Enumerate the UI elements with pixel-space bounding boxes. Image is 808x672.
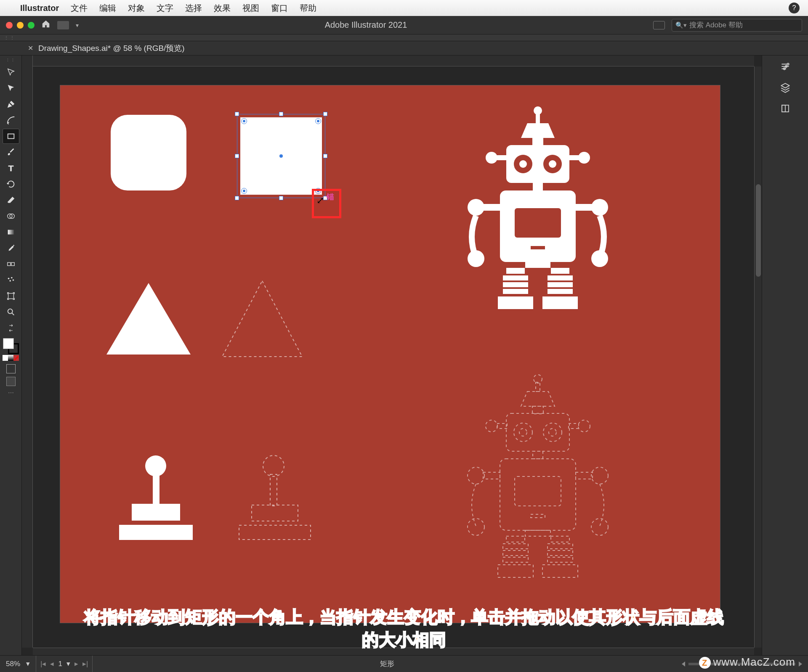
menu-type[interactable]: 文字	[157, 3, 173, 14]
type-tool[interactable]	[3, 161, 19, 176]
menu-select[interactable]: 选择	[185, 3, 202, 14]
scrollbar-vertical[interactable]	[754, 66, 762, 648]
zoom-tool[interactable]	[3, 304, 19, 320]
panel-grip-icon[interactable]: ⋮⋮	[4, 35, 16, 40]
shape-joystick-solid[interactable]	[111, 455, 199, 548]
shape-builder-tool[interactable]	[3, 209, 19, 224]
zoom-level[interactable]: 58% ▾	[0, 656, 36, 672]
chevron-down-icon[interactable]: ▾	[26, 659, 30, 668]
chevron-down-icon[interactable]: ▾	[66, 659, 70, 668]
shape-rounded-square[interactable]	[111, 115, 186, 190]
menu-object[interactable]: 对象	[128, 3, 145, 14]
svg-point-76	[468, 467, 484, 484]
blend-tool[interactable]	[3, 257, 19, 272]
ruler-horizontal[interactable]	[33, 56, 754, 66]
shape-robot-dashed[interactable]	[452, 371, 624, 607]
fill-swatch[interactable]	[3, 338, 14, 349]
draw-mode-icon[interactable]	[6, 364, 16, 373]
svg-point-80	[468, 519, 484, 535]
resize-handle-bl[interactable]	[235, 196, 239, 200]
first-artboard-button[interactable]: |◂	[40, 659, 46, 668]
svg-point-81	[591, 519, 608, 535]
edit-toolbar-icon[interactable]: ⋯	[8, 389, 14, 396]
maximize-window-button[interactable]	[28, 22, 35, 29]
properties-panel-icon[interactable]	[779, 61, 791, 72]
shape-joystick-dashed[interactable]	[229, 455, 317, 548]
artboard-tool[interactable]	[3, 288, 19, 304]
rotate-tool[interactable]	[3, 177, 19, 192]
ruler-vertical[interactable]	[22, 56, 33, 648]
document-tab[interactable]: ✕ Drawing_Shapes.ai* @ 58 % (RGB/预览)	[22, 43, 191, 54]
macos-menubar: Illustrator 文件 编辑 对象 文字 选择 效果 视图 窗口 帮助 ?	[0, 0, 808, 16]
resize-handle-mr[interactable]	[323, 154, 327, 158]
selected-rectangle[interactable]: ⤢ 锚	[237, 114, 325, 198]
curvature-tool[interactable]	[3, 113, 19, 128]
status-bar: 58% ▾ |◂ ◂ 1 ▾ ▸ ▸| 矩形	[0, 655, 808, 672]
help-search[interactable]: 🔍▾ 搜索 Adobe 帮助	[672, 19, 802, 32]
app-menu[interactable]: Illustrator	[20, 3, 59, 13]
workspace-dropdown-icon[interactable]: ▾	[76, 22, 79, 29]
watermark-text: www.MacZ.com	[713, 656, 795, 668]
eyedropper-tool[interactable]	[3, 241, 19, 256]
resize-handle-tl[interactable]	[235, 112, 239, 116]
last-artboard-button[interactable]: ▸|	[82, 659, 88, 668]
workspace: ⋮⋮ ⋯	[0, 56, 808, 655]
paintbrush-tool[interactable]	[3, 145, 19, 160]
menu-effect[interactable]: 效果	[214, 3, 231, 14]
svg-rect-51	[532, 406, 543, 414]
screen-mode-icon[interactable]	[6, 377, 16, 386]
toolbar-grip-icon[interactable]: ⋮⋮	[6, 58, 16, 62]
eraser-tool[interactable]	[3, 193, 19, 208]
direct-selection-tool[interactable]	[3, 81, 19, 96]
scroll-right-icon[interactable]	[799, 661, 802, 667]
layers-panel-icon[interactable]	[779, 82, 791, 93]
artboard[interactable]: ⤢ 锚	[60, 85, 720, 623]
menu-window[interactable]: 窗口	[271, 3, 288, 14]
menu-file[interactable]: 文件	[71, 3, 88, 14]
scroll-left-icon[interactable]	[682, 661, 685, 667]
arrange-documents-icon[interactable]	[653, 21, 665, 29]
svg-point-8	[9, 280, 11, 282]
next-artboard-button[interactable]: ▸	[74, 659, 78, 668]
shape-triangle-solid[interactable]	[106, 283, 191, 355]
scrollbar-horizontal[interactable]	[33, 648, 754, 655]
scrollbar-thumb[interactable]	[756, 184, 761, 277]
resize-handle-ml[interactable]	[235, 154, 239, 158]
resize-handle-tr[interactable]	[323, 112, 327, 116]
workspace-switcher-icon[interactable]	[57, 21, 69, 29]
symbol-sprayer-tool[interactable]	[3, 273, 19, 288]
svg-point-82	[787, 63, 789, 65]
menu-view[interactable]: 视图	[242, 3, 259, 14]
shape-robot-solid[interactable]	[452, 103, 624, 339]
close-tab-icon[interactable]: ✕	[28, 44, 33, 52]
canvas-area[interactable]: ⤢ 锚	[22, 56, 762, 655]
selection-tool[interactable]	[3, 65, 19, 80]
corner-widget-tl[interactable]	[241, 118, 247, 124]
libraries-panel-icon[interactable]	[779, 103, 791, 114]
prev-artboard-button[interactable]: ◂	[50, 659, 54, 668]
corner-widget-bl[interactable]	[241, 188, 247, 194]
minimize-window-button[interactable]	[17, 22, 24, 29]
home-icon[interactable]	[41, 19, 50, 31]
svg-rect-27	[506, 268, 525, 274]
svg-point-38	[591, 199, 608, 216]
svg-rect-64	[531, 514, 545, 518]
artboard-number[interactable]: 1	[58, 660, 62, 668]
close-window-button[interactable]	[6, 22, 13, 29]
svg-rect-66	[506, 536, 525, 542]
menu-help[interactable]: 帮助	[300, 3, 316, 14]
color-mode-row[interactable]	[3, 355, 19, 361]
rectangle-tool[interactable]	[3, 129, 19, 144]
help-icon[interactable]: ?	[789, 3, 800, 13]
shape-triangle-dashed[interactable]	[220, 279, 304, 359]
pen-tool[interactable]	[3, 97, 19, 112]
corner-widget-tr[interactable]	[315, 118, 321, 124]
resize-handle-tm[interactable]	[279, 112, 283, 116]
menu-edit[interactable]: 编辑	[99, 3, 116, 14]
fill-stroke-indicator[interactable]	[3, 338, 19, 354]
resize-handle-bm[interactable]	[279, 196, 283, 200]
gradient-tool[interactable]	[3, 225, 19, 240]
svg-rect-68	[503, 544, 528, 549]
svg-rect-54	[497, 423, 507, 429]
swap-fill-stroke-icon[interactable]	[3, 320, 19, 336]
